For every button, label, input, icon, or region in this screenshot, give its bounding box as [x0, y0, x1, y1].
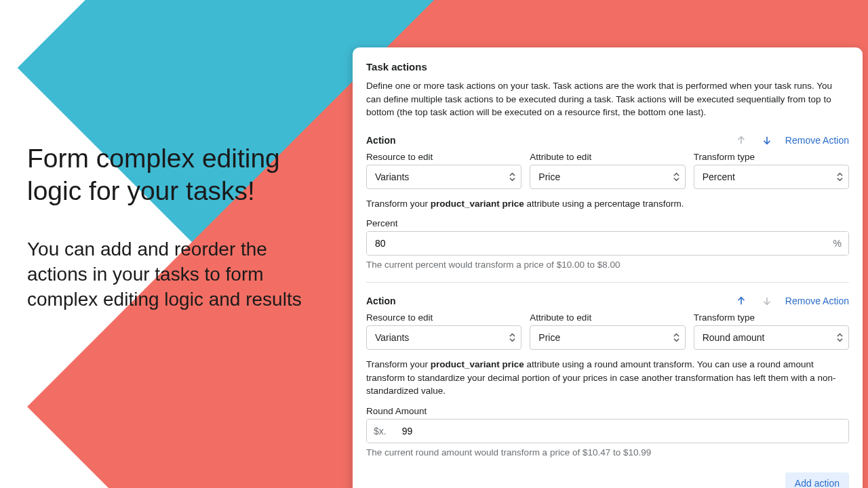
transform-description: Transform your product_variant price att… [366, 358, 849, 398]
round-input[interactable] [394, 420, 848, 443]
arrow-down-icon [761, 295, 773, 307]
move-up-button[interactable] [734, 293, 749, 308]
resource-label: Resource to edit [366, 312, 521, 323]
attribute-select[interactable]: Price [530, 165, 685, 189]
percent-helper: The current percent would transform a pr… [366, 260, 849, 270]
action-label: Action [366, 296, 396, 306]
task-actions-panel: Task actions Define one or more task act… [353, 47, 863, 488]
round-helper: The current round amount would transform… [366, 447, 849, 458]
attribute-value: Price [538, 332, 560, 343]
transform-select[interactable]: Percent [694, 165, 849, 189]
transform-select[interactable]: Round amount [694, 325, 849, 350]
attribute-label: Attribute to edit [530, 152, 685, 162]
resource-value: Variants [375, 171, 409, 182]
action-label: Action [366, 135, 396, 146]
attribute-value: Price [538, 171, 560, 182]
action-block-2: Action Remove Action Resource to edit Va… [366, 282, 849, 458]
select-caret-icon [837, 172, 843, 181]
percent-label: Percent [366, 218, 849, 228]
marketing-copy: Form complex editing logic for your task… [27, 142, 326, 312]
panel-title: Task actions [366, 61, 849, 73]
move-down-button[interactable] [760, 133, 774, 148]
select-caret-icon [509, 333, 515, 342]
action-block-1: Action Remove Action Resource to edit Va… [366, 130, 849, 270]
transform-label: Transform type [694, 312, 849, 323]
select-caret-icon [673, 172, 679, 181]
resource-label: Resource to edit [366, 152, 521, 162]
arrow-up-icon [735, 295, 747, 307]
round-label: Round Amount [366, 406, 849, 416]
select-caret-icon [673, 333, 679, 342]
move-down-button [760, 293, 774, 308]
panel-description: Define one or more task actions on your … [366, 79, 849, 119]
arrow-down-icon [761, 134, 773, 146]
attribute-label: Attribute to edit [530, 312, 685, 323]
transform-description: Transform your product_variant price att… [366, 197, 849, 211]
resource-select[interactable]: Variants [366, 165, 521, 189]
resource-value: Variants [375, 332, 409, 343]
arrow-up-icon [735, 134, 747, 146]
select-caret-icon [509, 172, 515, 181]
percent-input[interactable] [367, 232, 826, 255]
marketing-headline: Form complex editing logic for your task… [27, 142, 326, 207]
resource-select[interactable]: Variants [366, 325, 521, 350]
percent-suffix: % [826, 232, 848, 255]
add-action-button[interactable]: Add action [785, 472, 849, 488]
move-up-button [734, 133, 749, 148]
marketing-subtext: You can add and reorder the actions in y… [27, 237, 326, 312]
transform-label: Transform type [694, 152, 849, 162]
transform-value: Percent [703, 171, 735, 182]
attribute-select[interactable]: Price [530, 325, 685, 350]
round-prefix: $x. [367, 420, 394, 443]
transform-value: Round amount [703, 332, 765, 343]
remove-action-button[interactable]: Remove Action [785, 135, 849, 146]
select-caret-icon [837, 333, 843, 342]
remove-action-button[interactable]: Remove Action [785, 296, 849, 306]
